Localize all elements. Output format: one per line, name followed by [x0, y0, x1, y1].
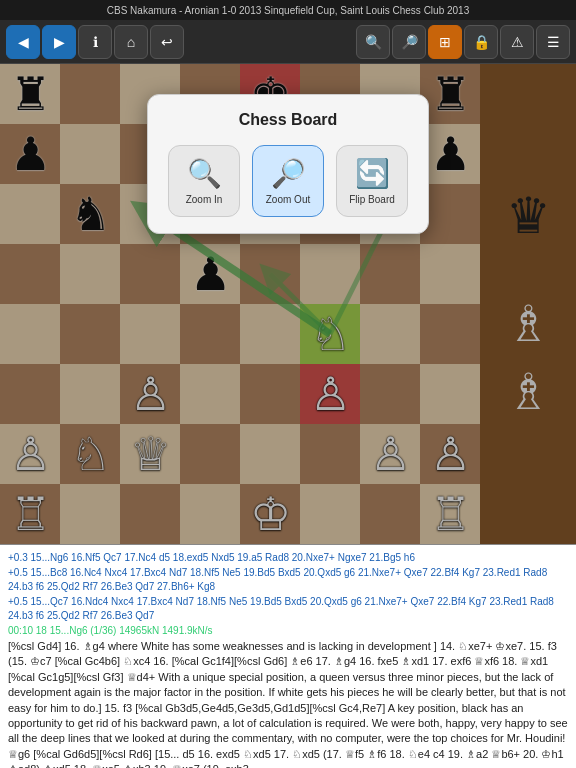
info-icon: ℹ: [93, 34, 98, 50]
prev-icon: ◀: [18, 34, 29, 50]
prev-button[interactable]: ◀: [6, 25, 40, 59]
eval-line-3: +0.5 15...Qc7 16.Ndc4 Nxc4 17.Bxc4 Nd7 1…: [8, 595, 568, 623]
eval-line-1: +0.3 15...Ng6 16.Nf5 Qc7 17.Nc4 d5 18.ex…: [8, 551, 568, 565]
chess-board-popup: Chess Board 🔍 Zoom In 🔎 Zoom Out 🔄 Flip …: [147, 94, 429, 234]
eval-line-2: +0.5 15...Bc8 16.Nc4 Nxc4 17.Bxc4 Nd7 18…: [8, 566, 568, 594]
popup-zoom-in-label: Zoom In: [186, 194, 223, 205]
toolbar-left: ◀ ▶ ℹ ⌂ ↩: [6, 25, 184, 59]
zoom-out-button[interactable]: 🔎: [392, 25, 426, 59]
bookmark-button[interactable]: ⊞: [428, 25, 462, 59]
menu-button[interactable]: ☰: [536, 25, 570, 59]
lock-button[interactable]: 🔒: [464, 25, 498, 59]
main-text: [%csl Gd4] 16. ♗g4 where White has some …: [8, 639, 568, 768]
home-icon: ⌂: [127, 34, 135, 50]
alert-button[interactable]: ⚠: [500, 25, 534, 59]
popup-zoom-out-icon: 🔎: [271, 157, 306, 190]
popup-flip-label: Flip Board: [349, 194, 395, 205]
toolbar-right: 🔍 🔎 ⊞ 🔒 ⚠ ☰: [356, 25, 570, 59]
popup-overlay: Chess Board 🔍 Zoom In 🔎 Zoom Out 🔄 Flip …: [0, 64, 576, 544]
home-button[interactable]: ⌂: [114, 25, 148, 59]
next-button[interactable]: ▶: [42, 25, 76, 59]
time-line: 00:10 18 15...Ng6 (1/36) 14965kN 1491.9k…: [8, 624, 568, 638]
popup-zoom-out-label: Zoom Out: [266, 194, 310, 205]
text-area[interactable]: +0.3 15...Ng6 16.Nf5 Qc7 17.Nc4 d5 18.ex…: [0, 544, 576, 768]
bookmark-icon: ⊞: [439, 34, 451, 50]
top-toolbar: ◀ ▶ ℹ ⌂ ↩ 🔍 🔎 ⊞ 🔒 ⚠ ☰: [0, 20, 576, 64]
info-button[interactable]: ℹ: [78, 25, 112, 59]
back-button[interactable]: ↩: [150, 25, 184, 59]
popup-zoom-in-button[interactable]: 🔍 Zoom In: [168, 145, 240, 217]
popup-title: Chess Board: [239, 111, 338, 129]
zoom-in-button[interactable]: 🔍: [356, 25, 390, 59]
alert-icon: ⚠: [511, 34, 524, 50]
popup-zoom-in-icon: 🔍: [187, 157, 222, 190]
popup-buttons: 🔍 Zoom In 🔎 Zoom Out 🔄 Flip Board: [168, 145, 408, 217]
zoom-in-icon: 🔍: [365, 34, 382, 50]
next-icon: ▶: [54, 34, 65, 50]
popup-flip-icon: 🔄: [355, 157, 390, 190]
popup-zoom-out-button[interactable]: 🔎 Zoom Out: [252, 145, 324, 217]
status-bar: CBS Nakamura - Aronian 1-0 2013 Sinquefi…: [0, 0, 576, 20]
zoom-out-icon: 🔎: [401, 34, 418, 50]
board-area: ♜♚♜♟♟♟♟♞♞♟♘♙♙♙♘♕♙♙♖♔♖ ♛ ♗ ♗ Chess Board …: [0, 64, 576, 544]
status-text: CBS Nakamura - Aronian 1-0 2013 Sinquefi…: [107, 5, 469, 16]
menu-icon: ☰: [547, 34, 560, 50]
lock-icon: 🔒: [473, 34, 490, 50]
back-icon: ↩: [161, 34, 173, 50]
popup-flip-button[interactable]: 🔄 Flip Board: [336, 145, 408, 217]
